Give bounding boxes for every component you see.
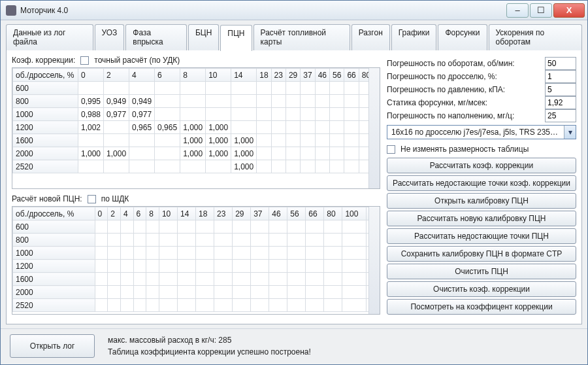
table-cell[interactable]: [286, 121, 300, 134]
table-cell[interactable]: [344, 95, 359, 108]
table-cell[interactable]: [271, 147, 286, 160]
table-cell[interactable]: [342, 220, 367, 234]
row-header[interactable]: 1200: [13, 121, 78, 134]
tab-4[interactable]: ПЦН: [220, 25, 252, 51]
tab-7[interactable]: Графики: [391, 24, 437, 50]
table-cell[interactable]: [233, 220, 251, 234]
table-cell[interactable]: [324, 247, 342, 260]
table-cell[interactable]: 0,949: [129, 95, 155, 108]
table-cell[interactable]: [315, 121, 329, 134]
table-cell[interactable]: [233, 234, 251, 247]
table-cell[interactable]: 1,000: [206, 147, 231, 160]
table-cell[interactable]: [214, 220, 233, 234]
table-cell[interactable]: [104, 134, 129, 147]
column-header[interactable]: 0: [78, 69, 104, 82]
column-header[interactable]: 46: [269, 207, 287, 220]
table-cell[interactable]: [315, 160, 329, 173]
tab-3[interactable]: БЦН: [188, 24, 219, 50]
table-cell[interactable]: [315, 134, 329, 147]
table-cell[interactable]: [159, 247, 177, 260]
row-header[interactable]: 2000: [13, 286, 95, 299]
table-cell[interactable]: [155, 108, 180, 121]
table-cell[interactable]: [324, 286, 342, 299]
table-cell[interactable]: [108, 273, 121, 286]
table-cell[interactable]: [78, 160, 104, 173]
table-cell[interactable]: 1,000: [231, 147, 257, 160]
table-cell[interactable]: [146, 286, 159, 299]
table-cell[interactable]: [269, 234, 287, 247]
table-cell[interactable]: [306, 260, 324, 273]
row-header[interactable]: 600: [13, 82, 78, 95]
column-header[interactable]: 6: [133, 207, 146, 220]
table-cell[interactable]: [155, 134, 180, 147]
table-cell[interactable]: [251, 234, 269, 247]
column-header[interactable]: 66: [344, 69, 359, 82]
table-cell[interactable]: [251, 247, 269, 260]
table-cell[interactable]: [344, 121, 359, 134]
table-cell[interactable]: [231, 95, 257, 108]
column-header[interactable]: 4: [129, 69, 155, 82]
table-cell[interactable]: [342, 286, 367, 299]
table-cell[interactable]: [251, 220, 269, 234]
table-cell[interactable]: [155, 82, 180, 95]
row-header[interactable]: 600: [13, 220, 95, 234]
row-header[interactable]: 1200: [13, 260, 95, 273]
table-cell[interactable]: 1,000: [180, 147, 206, 160]
table-cell[interactable]: [214, 273, 233, 286]
table-cell[interactable]: [306, 273, 324, 286]
tab-0[interactable]: Данные из лог файла: [6, 24, 93, 50]
table-cell[interactable]: [306, 247, 324, 260]
table-cell[interactable]: [330, 82, 344, 95]
table-cell[interactable]: [177, 260, 195, 273]
column-header[interactable]: 23: [271, 69, 286, 82]
table-cell[interactable]: [159, 234, 177, 247]
table-cell[interactable]: 0,965: [155, 121, 180, 134]
table-cell[interactable]: [342, 234, 367, 247]
param-input-3[interactable]: [545, 96, 576, 109]
table-cell[interactable]: 1,002: [78, 121, 104, 134]
column-header[interactable]: 14: [231, 69, 257, 82]
table-cell[interactable]: [78, 134, 104, 147]
table-cell[interactable]: [146, 247, 159, 260]
table-cell[interactable]: [133, 234, 146, 247]
table-cell[interactable]: [257, 134, 271, 147]
row-header[interactable]: 800: [13, 95, 78, 108]
table-cell[interactable]: [324, 220, 342, 234]
action-button-7[interactable]: Очистить коэф. коррекции: [387, 281, 576, 297]
row-header[interactable]: 2520: [13, 299, 95, 312]
column-header[interactable]: 10: [206, 69, 231, 82]
action-button-2[interactable]: Открыть калибровку ПЦН: [387, 193, 576, 209]
table-cell[interactable]: [315, 108, 329, 121]
table-cell[interactable]: [306, 299, 324, 312]
table-cell[interactable]: [286, 147, 300, 160]
action-button-1[interactable]: Рассчитать недостающие точки коэф. корре…: [387, 175, 576, 191]
tab-1[interactable]: УОЗ: [95, 24, 125, 50]
correction-table[interactable]: об./дроссель, %0246810141823293746566680…: [12, 68, 380, 173]
table-cell[interactable]: [146, 234, 159, 247]
table-cell[interactable]: [133, 220, 146, 234]
table-cell[interactable]: [206, 160, 231, 173]
table-cell[interactable]: 1,000: [104, 147, 129, 160]
minimize-button[interactable]: –: [506, 3, 529, 18]
shdk-checkbox[interactable]: [88, 195, 96, 203]
table-cell[interactable]: [120, 220, 133, 234]
table-cell[interactable]: [344, 134, 359, 147]
table-cell[interactable]: [95, 299, 108, 312]
table-cell[interactable]: [196, 260, 214, 273]
table-cell[interactable]: [257, 108, 271, 121]
table-cell[interactable]: [196, 273, 214, 286]
table-cell[interactable]: [133, 299, 146, 312]
column-header[interactable]: 37: [301, 69, 315, 82]
table-cell[interactable]: [286, 95, 300, 108]
table-cell[interactable]: [287, 286, 306, 299]
tab-9[interactable]: Ускорения по оборотам: [489, 24, 582, 50]
table-cell[interactable]: [104, 121, 129, 134]
table-cell[interactable]: [129, 160, 155, 173]
table-cell[interactable]: [108, 220, 121, 234]
table-cell[interactable]: [133, 273, 146, 286]
table-cell[interactable]: 1,000: [231, 160, 257, 173]
exact-calc-checkbox[interactable]: [80, 56, 89, 65]
table-cell[interactable]: [330, 121, 344, 134]
table-cell[interactable]: [95, 220, 108, 234]
row-header[interactable]: 1600: [13, 273, 95, 286]
